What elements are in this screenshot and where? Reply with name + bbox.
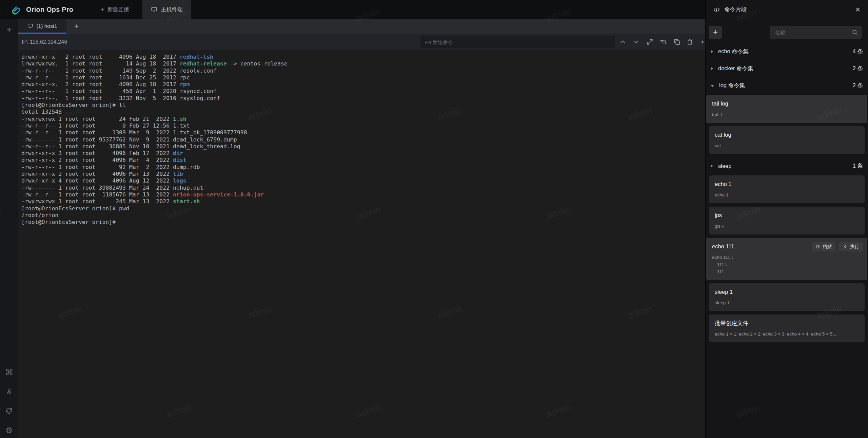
snippet-command: sleep 1 — [715, 299, 859, 306]
monitor-icon — [27, 23, 33, 29]
snippet-card[interactable]: 批量创建文件echo 1 > 1; echo 2 > 2; echo 3 > 3… — [709, 315, 865, 342]
terminal-line: -rw-r--r--. 1 root root 3232 Nov 5 2016 … — [21, 95, 705, 102]
snippet-command: tail -f — [712, 111, 862, 118]
terminal-output[interactable]: drwxr-xr-x 2 root root 4096 Aug 18 2017 … — [18, 50, 705, 438]
terminal-line: /root/orion — [21, 212, 705, 219]
terminal-line: -rw-r--r-- 1 root root 1185676 Mar 13 20… — [21, 191, 705, 198]
host-terminal-label: 主机终端 — [161, 6, 182, 13]
terminal-line: -rw------- 1 root root 39082493 Mar 24 2… — [21, 185, 705, 191]
caret-right-icon — [711, 67, 713, 70]
terminal-line: -rwxrwxrwx 1 root root 24 Feb 21 2022 1.… — [21, 116, 705, 122]
run-button-label: 执行 — [850, 244, 859, 250]
sidebar-add-button[interactable]: + — [0, 23, 18, 37]
snippet-group-row[interactable]: log 命令集2 条 — [706, 77, 868, 94]
terminal-line: drwxr-xr-x 2 root root 4096 Mar 13 2022 … — [21, 171, 705, 177]
snippet-card[interactable]: echo 111echo 111 \ 111 \ 111粘贴执行 — [706, 238, 867, 280]
chevron-down-icon[interactable] — [632, 38, 640, 46]
app-title: Orion Ops Pro — [26, 6, 73, 14]
snippet-group-row[interactable]: sleep1 条 — [706, 157, 868, 174]
terminal-line: -rw-r--r-- 1 root root 1634 Dec 25 2012 … — [21, 74, 705, 81]
terminal-line: drwxr-xr-x. 2 root root 4096 Aug 18 2017… — [21, 81, 705, 88]
snippets-toolbar: + — [706, 19, 868, 43]
terminal-line: -rw------- 1 root root 95377762 Nov 9 20… — [21, 136, 705, 143]
snippet-name: echo 1 — [715, 180, 859, 188]
snippet-list: echo 命令集4 条docker 命令集2 条log 命令集2 条tail l… — [706, 43, 868, 342]
snippet-group-row[interactable]: docker 命令集2 条 — [706, 60, 868, 77]
session-toolbar: IP: 116.62.194.246 — [18, 34, 705, 50]
snippet-card[interactable]: sleep 1sleep 1 — [709, 283, 865, 311]
add-snippet-button[interactable]: + — [709, 26, 722, 39]
terminal-line: -rw-r--r-- 1 root root 149 Sep 2 2022 re… — [21, 68, 705, 74]
search-icon — [851, 29, 858, 36]
snippet-name: 批量创建文件 — [715, 320, 859, 327]
maximize-icon[interactable] — [646, 38, 654, 46]
snippet-group-count: 4 条 — [853, 48, 863, 55]
snippet-card[interactable]: jpsjps -l — [709, 207, 865, 234]
snippet-group-count: 1 条 — [853, 162, 863, 170]
snippet-command: echo 1 > 1; echo 2 > 2; echo 3 > 3; echo… — [715, 330, 859, 338]
snippet-search-input[interactable] — [770, 26, 862, 39]
snippet-card[interactable]: tail logtail -f — [706, 95, 867, 123]
terminal-line: lrwxrwxrwx. 1 root root 14 Aug 18 2017 r… — [21, 60, 705, 67]
snippet-name: sleep 1 — [715, 288, 859, 296]
terminal-tab-label: (1) host1 — [36, 23, 57, 29]
new-connection-label: 新建连接 — [107, 6, 129, 13]
paste-button[interactable]: 粘贴 — [812, 242, 835, 251]
bolt-icon — [843, 244, 848, 249]
send-command-input[interactable] — [420, 36, 615, 48]
snippet-group-label: docker 命令集 — [718, 65, 753, 72]
terminal-line: drwxr-xr-x 3 root root 4096 Feb 17 2022 … — [21, 150, 705, 157]
snippet-group-count: 2 条 — [853, 82, 863, 89]
terminal-line: [root@OrionEcsServer orion]# ll — [21, 102, 705, 109]
terminal-line: -rw-r--r-- 1 root root 1309 Mar 9 2022 1… — [21, 129, 705, 136]
snippet-name: tail log — [712, 100, 862, 107]
command-shortcuts-icon[interactable]: ⌘ — [5, 368, 14, 377]
top-bar: Orion Ops Pro + 新建连接 主机终端 — [0, 0, 705, 19]
terminal-line: -rw-r--r-- 1 root root 0 Feb 27 12:56 1.… — [21, 122, 705, 129]
left-sidebar: + ⌘ ⚙ — [0, 19, 18, 438]
caret-down-icon — [711, 85, 714, 87]
snippet-name: jps — [715, 212, 859, 219]
session-ip: IP: 116.62.194.246 — [22, 39, 67, 45]
stamp-icon[interactable] — [5, 387, 14, 396]
orion-logo-icon — [11, 5, 21, 15]
snippet-command: jps -l — [715, 223, 859, 230]
monitor-icon — [151, 6, 157, 13]
terminal-line: -rw-r--r-- 1 root root 36885 Nov 10 2021… — [21, 143, 705, 150]
terminal-line: drwxr-xr-x 2 root root 4096 Mar 4 2022 d… — [21, 157, 705, 164]
close-icon[interactable]: ✕ — [855, 6, 861, 13]
paste-icon — [815, 244, 820, 249]
snippet-group-count: 2 条 — [853, 65, 863, 72]
terminal-line: total 132548 — [21, 109, 705, 115]
snippet-card[interactable]: echo 1echo 1 — [709, 175, 865, 203]
snippet-card[interactable]: cat logcat — [709, 126, 865, 154]
snippet-command: echo 1 — [715, 191, 859, 198]
caret-right-icon — [711, 164, 713, 168]
terminal-line: [root@OrionEcsServer orion]# pwd — [21, 205, 705, 212]
new-terminal-tab-button[interactable]: + — [66, 19, 87, 34]
palette-icon[interactable] — [5, 406, 14, 415]
gear-icon[interactable]: ⚙ — [5, 426, 14, 435]
host-terminal-tab[interactable]: 主机终端 — [142, 0, 191, 19]
code-icon — [713, 6, 720, 13]
search-output-icon[interactable] — [659, 38, 667, 46]
snippet-name: cat log — [715, 131, 859, 138]
terminal-line: -rwxrwxrwx 1 root root 245 Mar 13 2022 s… — [21, 198, 705, 205]
paste-button-label: 粘贴 — [823, 244, 832, 250]
chevron-up-icon[interactable] — [619, 38, 627, 46]
run-button[interactable]: 执行 — [839, 242, 863, 251]
snippet-group-row[interactable]: echo 命令集4 条 — [706, 43, 868, 60]
plus-icon: + — [100, 6, 104, 13]
terminal-tab-bar: (1) host1 + — [18, 19, 705, 34]
collapse-panel-icon[interactable] — [700, 38, 704, 46]
snippet-group-label: log 命令集 — [719, 82, 745, 89]
snippets-panel-header: 命令片段 ✕ — [706, 0, 868, 19]
paste-icon[interactable] — [687, 38, 694, 46]
snippet-group-label: sleep — [718, 163, 731, 169]
terminal-line: [root@OrionEcsServer orion]# — [21, 219, 705, 226]
terminal-tab-host1[interactable]: (1) host1 — [18, 19, 66, 34]
snippet-command: echo 111 \ 111 \ 111 — [712, 254, 862, 275]
copy-icon[interactable] — [673, 38, 681, 46]
command-snippets-panel: 命令片段 ✕ + echo 命令集4 条docker 命令集2 条log 命令集… — [705, 0, 868, 438]
new-connection-button[interactable]: + 新建连接 — [100, 6, 129, 13]
